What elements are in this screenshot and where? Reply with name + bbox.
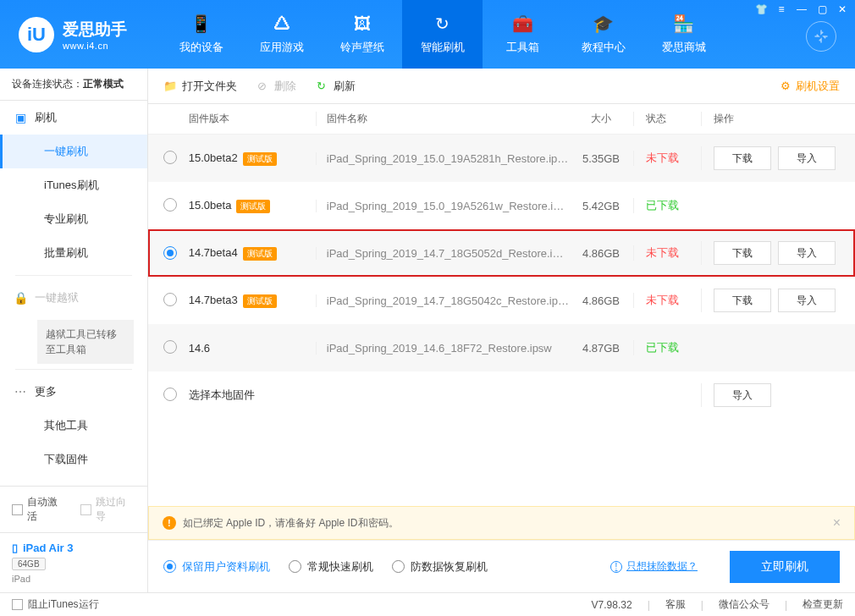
auto-activate-checkbox[interactable]	[12, 504, 23, 515]
firmware-version: 14.6	[189, 342, 210, 355]
alert-close-icon[interactable]: ×	[833, 515, 841, 531]
table-row[interactable]: 14.6 iPad_Spring_2019_14.6_18F72_Restore…	[148, 324, 855, 371]
app-url: www.i4.cn	[63, 41, 127, 51]
erase-link[interactable]: ! 只想抹除数据？	[610, 559, 698, 574]
firmware-size: 5.42GB	[569, 200, 633, 212]
app-name: 爱思助手	[63, 19, 127, 41]
firmware-status: 未下载	[646, 151, 679, 164]
th-size: 大小	[569, 112, 633, 126]
download-button[interactable]: 下载	[714, 146, 771, 170]
version-label: V7.98.32	[592, 599, 632, 611]
firmware-name: iPad_Spring_2019_14.7_18G5052d_Restore.i…	[316, 247, 569, 260]
update-link[interactable]: 检查更新	[803, 597, 843, 612]
logo[interactable]: iU 爱思助手 www.i4.cn	[0, 17, 161, 52]
sidebar-item-batch[interactable]: 批量刷机	[0, 236, 147, 270]
device-panel[interactable]: ▯ iPad Air 3 64GB iPad	[0, 532, 147, 592]
beta-badge: 测试版	[243, 294, 277, 308]
nav-icon: 🖼	[352, 14, 372, 34]
win-minimize-icon[interactable]: —	[796, 3, 808, 15]
firmware-status: 已下载	[646, 199, 679, 212]
table-row[interactable]: 15.0beta2测试版 iPad_Spring_2019_15.0_19A52…	[148, 135, 855, 182]
win-maximize-icon[interactable]: ▢	[816, 3, 828, 15]
block-itunes-label: 阻止iTunes运行	[28, 597, 99, 612]
sidebar-group-more[interactable]: ⋯ 更多	[0, 375, 147, 409]
firmware-version: 14.7beta3	[189, 294, 238, 306]
refresh-icon: ↻	[315, 80, 328, 93]
sync-icon[interactable]	[806, 21, 836, 52]
nav-icon: 🏪	[674, 14, 694, 34]
radio-icon	[289, 560, 301, 573]
auto-activate-row: 自动激活 跳过向导	[0, 487, 147, 532]
table-row[interactable]: 14.7beta3测试版 iPad_Spring_2019_14.7_18G50…	[148, 277, 855, 324]
skip-guide-checkbox[interactable]	[80, 504, 91, 515]
alert-text: 如已绑定 Apple ID，请准备好 Apple ID和密码。	[183, 516, 399, 531]
firmware-name: iPad_Spring_2019_14.6_18F72_Restore.ipsw	[316, 342, 569, 355]
firmware-version: 14.7beta4	[189, 246, 238, 259]
nav-tab-1[interactable]: 🛆应用游戏	[241, 0, 322, 69]
row-radio[interactable]	[163, 293, 177, 306]
table-row[interactable]: 14.7beta4测试版 iPad_Spring_2019_14.7_18G50…	[148, 229, 855, 277]
nav-tab-4[interactable]: 🧰工具箱	[483, 0, 563, 69]
firmware-size: 4.87GB	[569, 342, 633, 355]
opt-keep-data[interactable]: 保留用户资料刷机	[163, 559, 270, 575]
th-status: 状态	[633, 112, 701, 126]
th-version: 固件版本	[189, 112, 316, 126]
refresh-button[interactable]: ↻ 刷新	[315, 79, 356, 94]
sidebar-group-jailbreak: 🔒 一键越狱	[0, 281, 147, 315]
firmware-size: 5.35GB	[569, 152, 633, 165]
row-radio[interactable]	[163, 340, 177, 354]
sidebar-item-download[interactable]: 下载固件	[0, 443, 147, 476]
device-type: iPad	[12, 574, 135, 584]
import-button[interactable]: 导入	[778, 289, 836, 312]
block-itunes-checkbox[interactable]	[12, 599, 23, 610]
opt-antirestore[interactable]: 防数据恢复刷机	[392, 559, 488, 575]
table-row[interactable]: 15.0beta测试版 iPad_Spring_2019_15.0_19A526…	[148, 182, 855, 229]
sidebar-item-other[interactable]: 其他工具	[0, 409, 147, 443]
option-bar: 保留用户资料刷机 常规快速刷机 防数据恢复刷机 ! 只想抹除数据？ 立即刷机	[148, 540, 855, 592]
open-folder-button[interactable]: 📁 打开文件夹	[163, 79, 237, 94]
row-radio[interactable]	[163, 246, 177, 260]
row-radio[interactable]	[163, 388, 177, 401]
wechat-link[interactable]: 微信公众号	[719, 597, 770, 612]
firmware-status: 已下载	[646, 341, 679, 354]
settings-button[interactable]: ⚙ 刷机设置	[781, 79, 840, 94]
nav-icon: 🛆	[272, 14, 292, 34]
sidebar-item-itunes[interactable]: iTunes刷机	[0, 168, 147, 202]
import-button[interactable]: 导入	[714, 383, 771, 407]
win-menu-icon[interactable]: ≡	[775, 3, 787, 15]
header: iU 爱思助手 www.i4.cn 📱我的设备🛆应用游戏🖼铃声壁纸↻智能刷机🧰工…	[0, 0, 855, 69]
nav-icon: 🎓	[593, 14, 614, 34]
nav-icon: ↻	[433, 14, 453, 34]
beta-badge: 测试版	[243, 152, 277, 166]
row-radio[interactable]	[163, 198, 177, 212]
firmware-name: iPad_Spring_2019_15.0_19A5261w_Restore.i…	[316, 200, 569, 212]
flash-icon: ▣	[14, 111, 27, 124]
radio-icon	[163, 560, 176, 573]
footer: 阻止iTunes运行 V7.98.32 | 客服 | 微信公众号 | 检查更新	[0, 592, 855, 616]
nav-tab-2[interactable]: 🖼铃声壁纸	[322, 0, 402, 69]
win-close-icon[interactable]: ✕	[836, 3, 848, 15]
download-button[interactable]: 下载	[714, 241, 771, 265]
delete-icon: ⊘	[256, 80, 269, 93]
nav-tab-0[interactable]: 📱我的设备	[161, 0, 241, 69]
row-radio[interactable]	[163, 151, 177, 164]
firmware-name: iPad_Spring_2019_14.7_18G5042c_Restore.i…	[316, 294, 569, 307]
sidebar-item-pro[interactable]: 专业刷机	[0, 202, 147, 236]
nav-tab-3[interactable]: ↻智能刷机	[402, 0, 483, 69]
table-row[interactable]: 选择本地固件 导入	[148, 371, 855, 419]
sidebar-item-oneclick[interactable]: 一键刷机	[0, 135, 147, 168]
opt-normal[interactable]: 常规快速刷机	[289, 559, 373, 575]
flash-now-button[interactable]: 立即刷机	[730, 551, 840, 583]
nav-icon: 📱	[191, 14, 212, 34]
nav-tab-6[interactable]: 🏪爱思商城	[643, 0, 724, 69]
import-button[interactable]: 导入	[778, 241, 836, 265]
import-button[interactable]: 导入	[778, 146, 836, 170]
sidebar-item-advanced[interactable]: 高级功能	[0, 476, 147, 486]
service-link[interactable]: 客服	[665, 597, 686, 612]
table-body: 15.0beta2测试版 iPad_Spring_2019_15.0_19A52…	[148, 135, 855, 419]
window-controls: 👕 ≡ — ▢ ✕	[755, 3, 848, 15]
download-button[interactable]: 下载	[714, 289, 771, 312]
win-tshirt-icon[interactable]: 👕	[755, 3, 767, 15]
sidebar-group-flash[interactable]: ▣ 刷机	[0, 101, 147, 135]
nav-tab-5[interactable]: 🎓教程中心	[563, 0, 643, 69]
